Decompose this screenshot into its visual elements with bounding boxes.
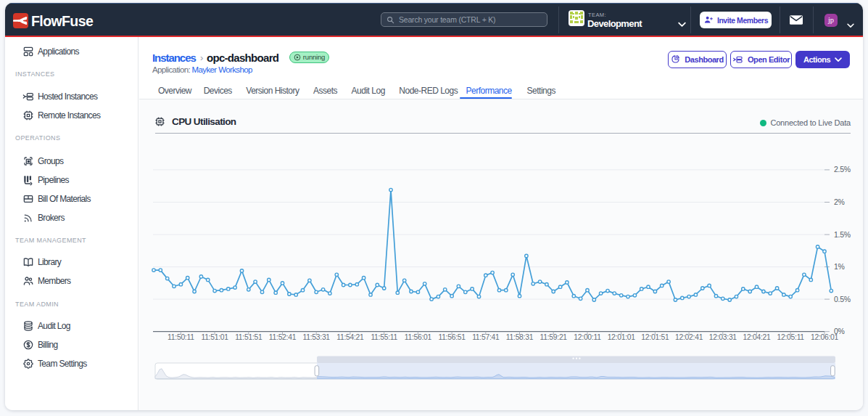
svg-text:11:53:31: 11:53:31 <box>303 333 331 341</box>
svg-text:11:51:51: 11:51:51 <box>235 333 263 341</box>
svg-text:12:00:11: 12:00:11 <box>574 333 601 341</box>
svg-text:2.5%: 2.5% <box>834 165 851 174</box>
svg-text:11:56:51: 11:56:51 <box>438 333 466 341</box>
svg-text:12:03:31: 12:03:31 <box>709 333 737 341</box>
svg-text:11:52:41: 11:52:41 <box>269 333 297 341</box>
svg-text:11:56:01: 11:56:01 <box>405 333 432 341</box>
svg-text:11:59:21: 11:59:21 <box>540 333 568 341</box>
svg-text:2%: 2% <box>834 197 845 206</box>
svg-text:11:50:11: 11:50:11 <box>168 333 194 341</box>
svg-text:1.5%: 1.5% <box>834 230 851 239</box>
svg-text:12:01:01: 12:01:01 <box>608 333 636 341</box>
svg-text:11:54:21: 11:54:21 <box>336 333 364 341</box>
svg-text:11:57:41: 11:57:41 <box>472 333 500 341</box>
svg-text:12:02:41: 12:02:41 <box>675 333 703 341</box>
svg-text:11:58:31: 11:58:31 <box>506 333 534 341</box>
svg-text:11:55:11: 11:55:11 <box>371 333 397 341</box>
svg-text:12:01:51: 12:01:51 <box>641 333 669 341</box>
svg-text:0%: 0% <box>834 327 845 335</box>
svg-text:1%: 1% <box>834 262 845 271</box>
svg-text:0.5%: 0.5% <box>834 295 851 303</box>
svg-text:11:51:01: 11:51:01 <box>201 333 228 341</box>
svg-text:12:04:21: 12:04:21 <box>743 333 771 341</box>
svg-text:12:05:11: 12:05:11 <box>777 333 805 341</box>
